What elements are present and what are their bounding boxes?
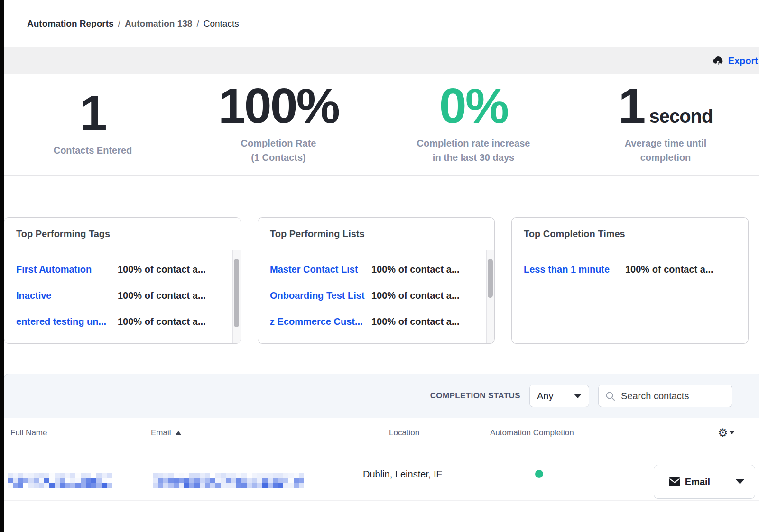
list-stat: 100% of contact a... — [371, 264, 460, 275]
chevron-down-icon — [736, 479, 744, 484]
tag-link[interactable]: First Automation — [16, 264, 118, 275]
breadcrumb-automation-138[interactable]: Automation 138 — [125, 18, 193, 29]
export-label: Export — [728, 55, 758, 66]
breadcrumb-automation-reports[interactable]: Automation Reports — [27, 18, 114, 29]
column-label: Full Name — [10, 428, 47, 438]
top-performing-lists-card: Top Performing Lists Master Contact List… — [258, 217, 495, 344]
breadcrumb-separator: / — [118, 18, 120, 29]
contacts-filter-panel: COMPLETION STATUS Any — [4, 374, 759, 418]
completion-status-label: COMPLETION STATUS — [430, 391, 520, 401]
column-header-email[interactable]: Email — [151, 418, 181, 448]
completion-status-value: Any — [537, 391, 553, 402]
tag-stat: 100% of contact a... — [118, 290, 206, 301]
list-item: z Ecommerce Cust... 100% of contact a... — [258, 309, 494, 335]
stat-unit: second — [649, 106, 713, 127]
stat-completion-rate-increase: 0% Completion rate increase in the last … — [375, 74, 572, 175]
stat-label-line1: Average time until — [625, 138, 707, 148]
left-edge-strip — [0, 0, 4, 532]
breadcrumb-separator: / — [196, 18, 199, 29]
export-button[interactable]: Export — [713, 55, 758, 66]
card-title: Top Completion Times — [512, 218, 748, 250]
scrollbar-track — [232, 250, 241, 343]
column-label: Automation Completion — [490, 428, 574, 438]
tag-stat: 100% of contact a... — [118, 264, 206, 275]
card-body: Less than 1 minute 100% of contact a... — [512, 250, 748, 343]
column-header-automation-completion: Automation Completion — [490, 418, 574, 448]
list-stat: 100% of contact a... — [371, 290, 460, 301]
sort-ascending-icon — [176, 431, 181, 435]
contact-location: Dublin, Leinster, IE — [363, 448, 443, 500]
stat-label-line2: completion — [640, 152, 691, 163]
automation-report-page: Automation Reports / Automation 138 / Co… — [0, 0, 759, 532]
gear-icon: ⚙ — [718, 427, 728, 439]
breadcrumb: Automation Reports / Automation 138 / Co… — [4, 0, 759, 47]
list-link[interactable]: Master Contact List — [270, 264, 371, 275]
column-header-full-name[interactable]: Full Name — [10, 418, 47, 448]
contact-action-split-button: Email — [654, 465, 755, 499]
scrollbar-thumb[interactable] — [234, 259, 239, 327]
card-body: First Automation 100% of contact a... In… — [4, 250, 241, 343]
stats-summary: 1 Contacts Entered 100% Completion Rate … — [4, 74, 759, 176]
top-completion-times-card: Top Completion Times Less than 1 minute … — [511, 217, 749, 344]
completion-time-link[interactable]: Less than 1 minute — [524, 264, 625, 275]
stat-value: 1 — [619, 83, 645, 129]
card-body: Master Contact List 100% of contact a...… — [258, 250, 494, 343]
tag-link[interactable]: entered testing un... — [16, 316, 118, 327]
stat-label-line2: (1 Contacts) — [251, 152, 306, 163]
list-item: Master Contact List 100% of contact a... — [258, 257, 494, 283]
redacted-email[interactable] — [153, 473, 304, 488]
tag-stat: 100% of contact a... — [118, 316, 206, 327]
stat-label-line2: in the last 30 days — [433, 152, 514, 163]
contact-row[interactable]: Dublin, Leinster, IE Email — [4, 448, 759, 501]
list-item: Inactive 100% of contact a... — [4, 283, 241, 309]
stat-average-completion-time: 1 second Average time until completion — [572, 74, 759, 175]
chevron-down-icon — [574, 394, 582, 398]
redacted-full-name[interactable] — [8, 473, 112, 488]
contacts-table-header: Full Name Email Location Automation Comp… — [4, 418, 759, 448]
email-contact-button[interactable]: Email — [654, 465, 725, 498]
stat-label-line1: Completion rate increase — [417, 138, 530, 148]
card-title: Top Performing Tags — [4, 218, 241, 250]
stat-label: Contacts Entered — [54, 145, 132, 156]
completion-time-stat: 100% of contact a... — [625, 264, 713, 275]
scrollbar-track — [486, 250, 494, 343]
list-item: Onboarding Test List 100% of contact a..… — [258, 283, 494, 309]
search-contacts-input[interactable] — [620, 390, 725, 402]
scrollbar-thumb[interactable] — [488, 259, 493, 298]
column-label: Email — [151, 428, 171, 438]
column-label: Location — [389, 428, 419, 438]
card-title: Top Performing Lists — [258, 218, 494, 250]
column-settings-button[interactable]: ⚙ — [718, 418, 735, 448]
more-actions-button[interactable] — [725, 465, 755, 498]
search-icon — [605, 391, 615, 401]
report-toolbar: Export — [4, 47, 759, 74]
top-performing-tags-card: Top Performing Tags First Automation 100… — [4, 217, 241, 344]
stat-label-line1: Completion Rate — [241, 138, 316, 148]
search-contacts-box — [598, 385, 732, 407]
breadcrumb-contacts: Contacts — [204, 18, 239, 29]
filter-group: COMPLETION STATUS Any — [430, 374, 732, 418]
email-button-label: Email — [685, 477, 710, 487]
envelope-icon — [669, 477, 680, 486]
stat-completion-rate: 100% Completion Rate (1 Contacts) — [182, 74, 375, 175]
list-item: First Automation 100% of contact a... — [4, 257, 241, 283]
stat-contacts-entered: 1 Contacts Entered — [4, 74, 182, 175]
list-link[interactable]: Onboarding Test List — [270, 290, 371, 301]
column-header-location: Location — [389, 418, 419, 448]
stat-value: 100% — [218, 83, 339, 129]
list-item: Less than 1 minute 100% of contact a... — [512, 257, 748, 283]
cloud-download-icon — [713, 55, 724, 66]
tag-link[interactable]: Inactive — [16, 290, 118, 301]
completion-status-select[interactable]: Any — [529, 385, 589, 407]
list-stat: 100% of contact a... — [371, 316, 460, 327]
completion-status-dot — [535, 470, 543, 478]
list-link[interactable]: z Ecommerce Cust... — [270, 316, 371, 327]
stat-value: 1 — [80, 91, 106, 136]
chevron-down-icon — [729, 431, 735, 434]
stat-value: 0% — [439, 83, 508, 129]
list-item: entered testing un... 100% of contact a.… — [4, 309, 241, 335]
